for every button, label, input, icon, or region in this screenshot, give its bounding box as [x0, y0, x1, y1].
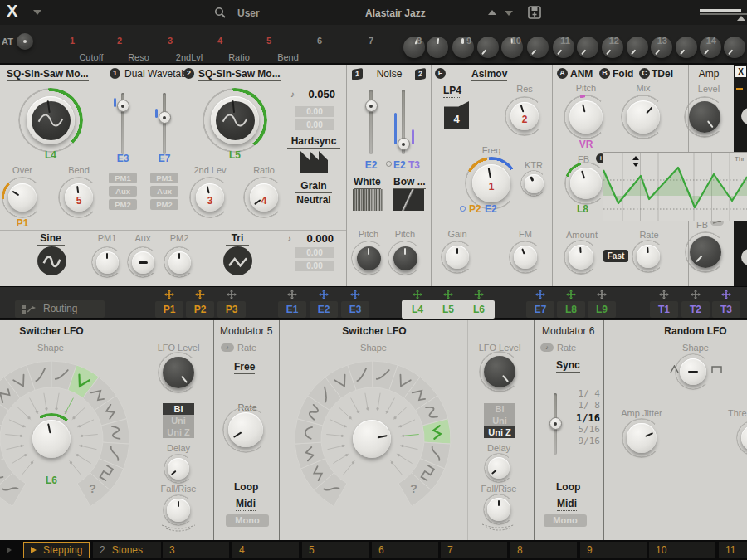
osc-fine-value-2[interactable]: 0.00 [295, 119, 334, 130]
noise2-mod-radio[interactable] [386, 161, 392, 167]
lfo1-polarity-stack[interactable]: BiUniUni Z [163, 403, 194, 438]
macro-knob-2[interactable] [427, 37, 448, 58]
routing-crosshair-E2[interactable] [319, 290, 329, 299]
tab-8[interactable]: 8 [510, 542, 577, 558]
osc1-mod-source[interactable]: L4 [30, 149, 71, 161]
routing-slot-P1[interactable]: P1 [155, 301, 183, 318]
noise2-mod-source-e2[interactable]: E2 [393, 159, 406, 171]
tab-scroll-icon[interactable] [7, 547, 12, 553]
polarity-mode-uni[interactable]: Uni [163, 415, 194, 426]
preset-bank-label[interactable]: User [237, 7, 260, 19]
over-knob[interactable] [2, 177, 43, 218]
routing-crosshair-L8[interactable] [566, 290, 576, 299]
logo-menu-chevron-icon[interactable] [33, 10, 42, 15]
tri-sub-icon[interactable] [223, 246, 252, 275]
routing-slot-E2[interactable]: E2 [310, 301, 338, 318]
polarity-mode-bi[interactable]: Bi [163, 403, 194, 415]
preset-next-icon[interactable] [505, 11, 513, 16]
osc1-aux-badge[interactable]: Aux [109, 186, 137, 197]
osc2-badge[interactable]: 2 [183, 68, 194, 79]
noise1-mod-source[interactable]: E2 [354, 159, 388, 171]
output-slider-handle[interactable] [737, 16, 745, 21]
filter-type-label[interactable]: LP4 [443, 85, 461, 98]
mod6-midi[interactable]: Midi [557, 498, 577, 511]
random-lfo-title[interactable]: Random LFO [662, 325, 729, 338]
save-icon[interactable] [528, 6, 541, 19]
tab-9[interactable]: 9 [580, 542, 647, 558]
tab-4[interactable]: 4 [232, 542, 299, 558]
routing-crosshair-T3[interactable] [721, 290, 731, 299]
osc2-mode-name[interactable]: SQ-Sin-Saw Mo... [198, 68, 281, 81]
macro-knob-14[interactable] [724, 37, 745, 58]
sine-sub-icon[interactable] [37, 246, 66, 275]
routing-slot-E7[interactable]: E7 [526, 301, 554, 318]
freq-knob[interactable]: 1 [465, 157, 518, 210]
mod5-loop[interactable]: Loop [234, 481, 258, 494]
aux-knob[interactable] [127, 246, 159, 278]
noise2-level-slider-handle[interactable] [398, 138, 410, 150]
sub-fine-value-2[interactable]: 0.00 [295, 261, 334, 271]
osc1-pm1-badge[interactable]: PM1 [109, 173, 137, 183]
polarity-mode-uni-z[interactable]: Uni Z [163, 426, 194, 438]
tab-11[interactable]: 11 [719, 542, 747, 558]
routing-slot-E3[interactable]: E3 [341, 301, 369, 318]
tab-10[interactable]: 10 [649, 542, 715, 558]
mod5-mode[interactable]: Free [234, 361, 255, 374]
routing-slot-T3[interactable]: T3 [712, 301, 740, 318]
note-sync-icon[interactable]: ♪ [290, 90, 295, 99]
fx-c-name[interactable]: TDel [652, 68, 673, 80]
routing-slot-T1[interactable]: T1 [650, 301, 678, 318]
polarity-mode-uni[interactable]: Uni [484, 415, 515, 426]
rate-option-516[interactable]: 5/16 [567, 424, 600, 436]
routing-slot-L5[interactable]: L5 [434, 301, 462, 318]
wave-up-arrow-icon[interactable] [632, 156, 639, 160]
tri-sub-toggle[interactable]: Tri [226, 232, 249, 246]
osc1-pm2-badge[interactable]: PM2 [109, 199, 137, 210]
note-sync-icon[interactable]: ♪ [287, 234, 291, 243]
pm1-knob[interactable] [91, 246, 123, 278]
tab-5[interactable]: 5 [302, 542, 369, 558]
amp-level-knob[interactable] [684, 96, 725, 138]
ktr-knob[interactable] [520, 170, 547, 197]
preset-name[interactable]: Alastair Jazz [365, 7, 426, 19]
saw-wave-icon[interactable] [299, 149, 330, 173]
osc-fine-value-1[interactable]: 0.00 [295, 106, 334, 117]
fx-b-badge[interactable]: B [599, 68, 610, 79]
osc2-mod-source[interactable]: L5 [214, 149, 256, 161]
amp-jitter-knob[interactable] [622, 418, 662, 458]
gain-knob[interactable] [441, 241, 474, 274]
fx-c-badge[interactable]: C [639, 68, 650, 79]
osc-tune-value[interactable]: 0.050 [299, 88, 335, 100]
rate-option-116[interactable]: 1/16 [567, 412, 600, 424]
output-level-bar[interactable] [700, 9, 741, 12]
macro-knob-12[interactable] [676, 37, 697, 58]
macro-knob-6[interactable] [527, 37, 549, 58]
tab-Stepping[interactable]: Stepping [23, 542, 90, 558]
fx-mix-knob[interactable] [621, 95, 666, 139]
routing-crosshair-L6[interactable] [474, 290, 484, 299]
filter-badge[interactable]: F [435, 68, 446, 79]
routing-slot-L6[interactable]: L6 [465, 301, 493, 318]
filter-slope-icon[interactable]: 4 [444, 101, 469, 129]
mod5-mono[interactable]: Mono [226, 514, 269, 527]
rate-option-916[interactable]: 9/16 [567, 436, 600, 447]
lfo2-fallrise-knob[interactable] [483, 494, 515, 525]
noise2-badge[interactable]: 2 [415, 68, 426, 80]
mod5-note-toggle-icon[interactable]: ♪ [221, 343, 234, 352]
routing-crosshair-L9[interactable] [597, 290, 607, 299]
osc2-aux-badge[interactable]: Aux [150, 186, 178, 197]
res-knob[interactable]: 2 [505, 96, 544, 136]
fx-a-badge[interactable]: A [557, 68, 568, 79]
macro-knob-8[interactable] [577, 37, 598, 58]
mod6-loop[interactable]: Loop [556, 481, 580, 494]
aftertouch-knob[interactable] [17, 33, 33, 50]
osc2-level-slider-track[interactable] [163, 93, 166, 154]
bend-knob[interactable]: 5 [58, 177, 100, 218]
hardsync-toggle[interactable]: Hardsync [287, 135, 340, 149]
osc2-level-slider-handle[interactable] [159, 111, 171, 124]
macro-knob-4[interactable] [477, 37, 499, 58]
freq-mod-radio[interactable] [460, 206, 466, 212]
macro-knob-10[interactable] [627, 37, 648, 58]
mod5-midi[interactable]: Midi [236, 498, 256, 511]
routing-slot-L8[interactable]: L8 [557, 301, 585, 318]
